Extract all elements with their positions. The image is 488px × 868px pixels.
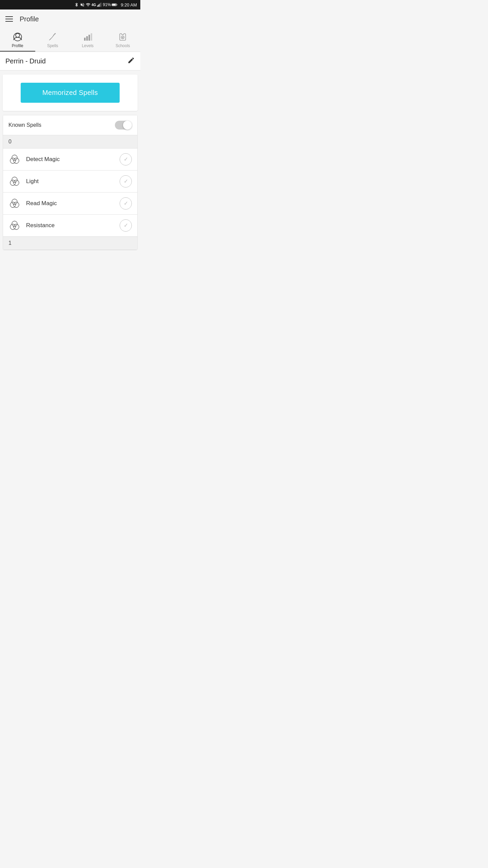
memorized-spells-button[interactable]: Memorized Spells	[21, 83, 120, 103]
network-label: 4G	[92, 3, 96, 7]
svg-point-26	[12, 199, 17, 204]
tabs-bar: Profile Spells Levels	[0, 28, 140, 52]
hamburger-line-3	[5, 21, 13, 22]
status-bar: 4G 91% 9:20 AM	[0, 0, 140, 9]
svg-point-20	[12, 155, 17, 160]
svg-point-29	[12, 221, 17, 226]
main-content: Memorized Spells Known Spells 0	[0, 75, 140, 250]
check-icon: ✓	[124, 157, 128, 162]
hamburger-line-2	[5, 19, 13, 19]
tab-profile[interactable]: Profile	[0, 28, 35, 52]
detect-magic-icon	[8, 153, 21, 165]
known-spells-row: Known Spells	[3, 115, 137, 135]
svg-rect-6	[117, 4, 117, 5]
resistance-icon	[8, 219, 21, 232]
svg-point-8	[16, 34, 20, 38]
battery-percentage: 91%	[103, 2, 111, 7]
status-icons: 4G 91%	[74, 2, 117, 7]
svg-rect-17	[88, 35, 90, 41]
bluetooth-icon	[74, 2, 79, 7]
level-0-header: 0	[3, 135, 137, 149]
hamburger-line-1	[5, 16, 13, 17]
tab-spells[interactable]: Spells	[35, 28, 70, 52]
character-name: Perrin - Druid	[5, 57, 46, 65]
signal-icon	[97, 2, 102, 7]
svg-rect-7	[112, 4, 116, 6]
app-bar: Profile	[0, 9, 140, 28]
tab-levels[interactable]: Levels	[70, 28, 105, 52]
check-icon: ✓	[124, 201, 128, 206]
svg-point-22	[14, 158, 19, 163]
spell-name-resistance: Resistance	[26, 222, 120, 229]
tab-schools[interactable]: Schools	[105, 28, 141, 52]
mute-icon	[80, 2, 85, 7]
level-0-label: 0	[8, 139, 12, 144]
spells-section: Known Spells 0 Detect Magic ✓	[3, 115, 138, 250]
read-magic-check[interactable]: ✓	[120, 197, 132, 210]
toggle-thumb	[123, 121, 132, 130]
tab-levels-label: Levels	[82, 43, 94, 48]
svg-point-9	[14, 33, 21, 41]
spell-name-detect-magic: Detect Magic	[26, 156, 120, 163]
memorized-spells-card: Memorized Spells	[3, 75, 138, 111]
known-spells-toggle[interactable]	[115, 121, 132, 130]
svg-rect-1	[98, 5, 99, 7]
svg-rect-4	[101, 3, 101, 7]
level-1-label: 1	[8, 240, 12, 246]
known-spells-label: Known Spells	[8, 122, 41, 128]
resistance-check[interactable]: ✓	[120, 219, 132, 232]
spell-row-detect-magic[interactable]: Detect Magic ✓	[3, 149, 137, 171]
spell-row-read-magic[interactable]: Read Magic ✓	[3, 193, 137, 215]
svg-point-25	[14, 180, 19, 185]
tab-schools-label: Schools	[116, 43, 130, 48]
light-check[interactable]: ✓	[120, 175, 132, 188]
svg-point-30	[10, 224, 16, 230]
svg-rect-15	[84, 38, 85, 41]
svg-point-21	[10, 158, 16, 163]
svg-point-28	[14, 202, 19, 208]
detect-magic-check[interactable]: ✓	[120, 153, 132, 165]
profile-tab-icon	[13, 32, 23, 42]
spell-row-resistance[interactable]: Resistance ✓	[3, 215, 137, 237]
svg-point-23	[12, 177, 17, 182]
svg-point-13	[55, 33, 56, 34]
svg-point-27	[10, 202, 16, 208]
spell-name-read-magic: Read Magic	[26, 200, 120, 207]
spell-name-light: Light	[26, 178, 120, 185]
battery-icon	[112, 3, 117, 6]
read-magic-icon	[8, 197, 21, 210]
schools-tab-icon	[118, 32, 128, 42]
edit-character-button[interactable]	[127, 57, 135, 65]
wifi-icon	[86, 2, 90, 7]
hamburger-menu[interactable]	[5, 16, 13, 22]
tab-profile-label: Profile	[12, 43, 23, 48]
check-icon: ✓	[124, 179, 128, 184]
svg-rect-2	[99, 4, 100, 7]
app-bar-title: Profile	[20, 15, 39, 23]
svg-rect-3	[100, 3, 101, 6]
status-time: 9:20 AM	[121, 2, 137, 7]
svg-rect-16	[86, 36, 87, 41]
svg-line-14	[50, 39, 51, 39]
svg-point-31	[14, 224, 19, 230]
spell-row-light[interactable]: Light ✓	[3, 171, 137, 193]
light-icon	[8, 175, 21, 188]
svg-point-24	[10, 180, 16, 185]
levels-tab-icon	[83, 32, 93, 42]
character-header: Perrin - Druid	[0, 52, 140, 71]
spells-tab-icon	[47, 32, 58, 42]
check-icon: ✓	[124, 223, 128, 228]
tab-spells-label: Spells	[47, 43, 58, 48]
svg-rect-0	[97, 5, 98, 7]
svg-rect-18	[90, 33, 92, 41]
level-1-header: 1	[3, 237, 137, 250]
